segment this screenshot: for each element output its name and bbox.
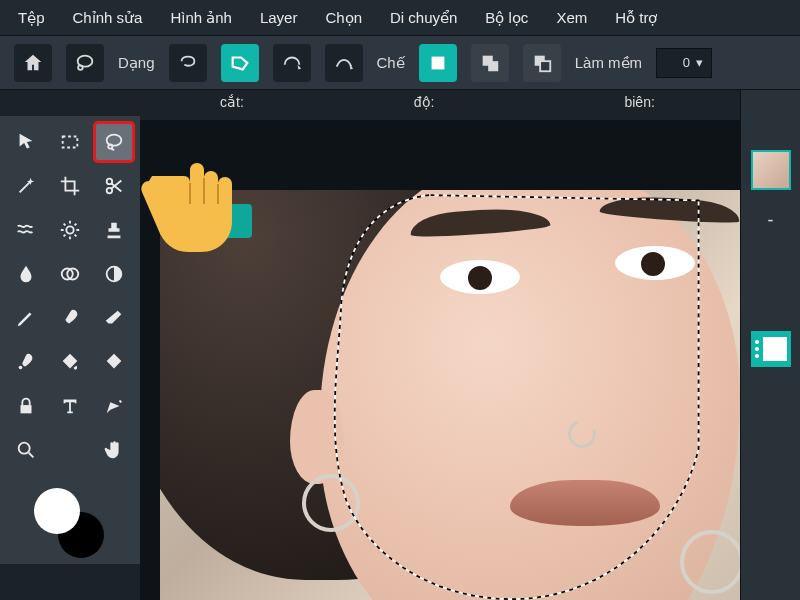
menu-layer[interactable]: Layer bbox=[260, 9, 298, 26]
tool-gradient[interactable] bbox=[94, 342, 134, 382]
color-swatches[interactable] bbox=[34, 488, 104, 558]
mode-add-button[interactable] bbox=[471, 44, 509, 82]
menu-file[interactable]: Tệp bbox=[18, 9, 45, 27]
menu-help[interactable]: Hỗ trợ bbox=[615, 9, 657, 27]
image-earring-left bbox=[302, 474, 360, 532]
svg-rect-3 bbox=[488, 61, 498, 71]
lasso-freehand-icon bbox=[177, 52, 199, 74]
tool-hand[interactable] bbox=[94, 430, 134, 470]
image-eye-left bbox=[440, 260, 520, 294]
context-labels: cắt: độ: biên: bbox=[140, 94, 800, 118]
svg-rect-6 bbox=[63, 137, 78, 148]
menu-edit[interactable]: Chỉnh sửa bbox=[73, 9, 143, 27]
mode-label: Chế bbox=[377, 54, 405, 72]
mode-subtract-button[interactable] bbox=[523, 44, 561, 82]
tool-lasso[interactable] bbox=[94, 122, 134, 162]
menu-move[interactable]: Di chuyển bbox=[390, 9, 457, 27]
tool-contrast[interactable] bbox=[94, 254, 134, 294]
image-lips bbox=[510, 480, 660, 526]
squares-subtract-icon bbox=[531, 52, 553, 74]
tool-empty bbox=[50, 430, 90, 470]
tool-slice[interactable] bbox=[94, 166, 134, 206]
svg-point-14 bbox=[19, 366, 23, 370]
tool-pencil[interactable] bbox=[6, 298, 46, 338]
lasso-icon bbox=[74, 52, 96, 74]
contrast-icon bbox=[103, 263, 125, 285]
tool-adjust[interactable] bbox=[50, 210, 90, 250]
home-icon bbox=[22, 52, 44, 74]
tool-wand[interactable] bbox=[6, 166, 46, 206]
svg-rect-1 bbox=[431, 56, 444, 69]
menu-bar: Tệp Chỉnh sửa Hình ảnh Layer Chọn Di chu… bbox=[0, 0, 800, 36]
feather-dropdown-icon: ▾ bbox=[696, 55, 703, 70]
image-eye-right bbox=[615, 246, 695, 280]
zoom-icon bbox=[15, 439, 37, 461]
tool-arrow[interactable] bbox=[6, 122, 46, 162]
feather-input[interactable]: 0▾ bbox=[656, 48, 712, 78]
tool-stamp[interactable] bbox=[94, 210, 134, 250]
lock-icon bbox=[15, 395, 37, 417]
gradient-icon bbox=[103, 351, 125, 373]
tool-dodge[interactable] bbox=[50, 254, 90, 294]
drop-icon bbox=[15, 263, 37, 285]
menu-image[interactable]: Hình ảnh bbox=[170, 9, 232, 27]
tool-marquee[interactable] bbox=[50, 122, 90, 162]
squares-add-icon bbox=[479, 52, 501, 74]
circles-icon bbox=[59, 263, 81, 285]
magnetic-lasso-icon bbox=[281, 52, 303, 74]
shape-freehand-button[interactable] bbox=[169, 44, 207, 82]
image-earring-right bbox=[680, 530, 740, 594]
tool-zoom[interactable] bbox=[6, 430, 46, 470]
pen-icon bbox=[103, 395, 125, 417]
gear-icon bbox=[59, 219, 81, 241]
shape-bezier-button[interactable] bbox=[325, 44, 363, 82]
bezier-lasso-icon bbox=[333, 52, 355, 74]
context-do: độ: bbox=[414, 94, 435, 118]
tool-pen[interactable] bbox=[94, 386, 134, 426]
svg-point-10 bbox=[66, 226, 73, 233]
svg-point-0 bbox=[78, 65, 83, 70]
lasso-icon bbox=[103, 131, 125, 153]
lasso-tool-indicator[interactable] bbox=[66, 44, 104, 82]
tool-eraser[interactable] bbox=[94, 298, 134, 338]
brush-icon bbox=[59, 307, 81, 329]
image-ear bbox=[290, 390, 344, 484]
menu-filter[interactable]: Bộ lọc bbox=[485, 9, 528, 27]
tool-panel bbox=[0, 116, 140, 564]
home-button[interactable] bbox=[14, 44, 52, 82]
svg-point-16 bbox=[19, 443, 30, 454]
shape-polygon-button[interactable] bbox=[221, 44, 259, 82]
foreground-color-swatch[interactable] bbox=[34, 488, 80, 534]
shape-magnetic-button[interactable] bbox=[273, 44, 311, 82]
tool-brush[interactable] bbox=[50, 298, 90, 338]
cursor-icon bbox=[15, 131, 37, 153]
mode-new-button[interactable] bbox=[419, 44, 457, 82]
tool-lock[interactable] bbox=[6, 386, 46, 426]
hand-icon bbox=[103, 439, 125, 461]
canvas-area bbox=[140, 120, 740, 600]
active-layer-chip[interactable] bbox=[751, 331, 791, 367]
eraser-icon bbox=[103, 307, 125, 329]
menu-select[interactable]: Chọn bbox=[325, 9, 362, 27]
feather-value: 0 bbox=[683, 55, 690, 70]
menu-view[interactable]: Xem bbox=[556, 9, 587, 26]
context-cat: cắt: bbox=[220, 94, 244, 118]
layer-thumbnail[interactable] bbox=[751, 150, 791, 190]
bucket-icon bbox=[59, 351, 81, 373]
canvas[interactable] bbox=[160, 190, 740, 600]
layer-name: - bbox=[768, 210, 774, 231]
tool-crop[interactable] bbox=[50, 166, 90, 206]
shape-label: Dạng bbox=[118, 54, 155, 72]
tool-text[interactable] bbox=[50, 386, 90, 426]
tool-clone[interactable] bbox=[6, 342, 46, 382]
stamp-icon bbox=[103, 219, 125, 241]
feather-label: Làm mềm bbox=[575, 54, 642, 72]
svg-rect-5 bbox=[540, 61, 550, 71]
context-bien: biên: bbox=[624, 94, 654, 118]
tool-fill[interactable] bbox=[50, 342, 90, 382]
tool-liquify[interactable] bbox=[6, 210, 46, 250]
clone-brush-icon bbox=[15, 351, 37, 373]
tool-blur[interactable] bbox=[6, 254, 46, 294]
layers-panel: - bbox=[740, 90, 800, 600]
square-icon bbox=[427, 52, 449, 74]
